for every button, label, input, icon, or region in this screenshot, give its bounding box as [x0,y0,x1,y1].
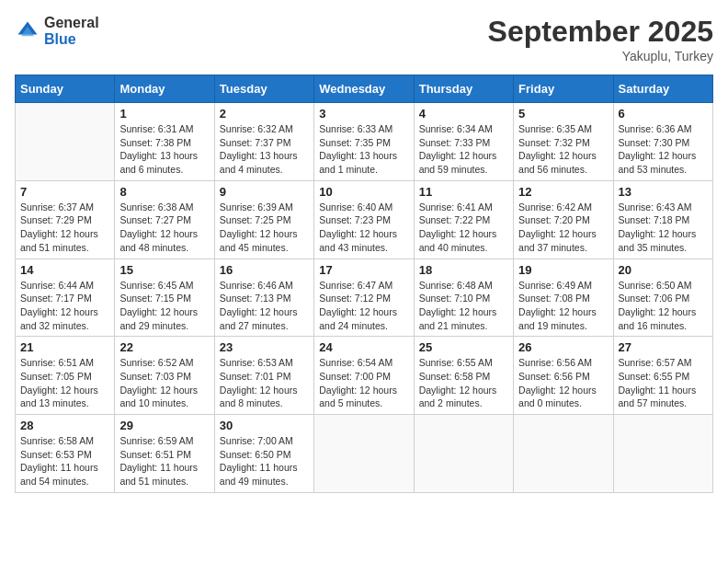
table-row: 17Sunrise: 6:47 AMSunset: 7:12 PMDayligh… [314,259,414,337]
day-number: 7 [20,185,109,199]
day-info: Sunrise: 6:43 AMSunset: 7:18 PMDaylight:… [619,201,708,255]
day-info: Sunrise: 6:42 AMSunset: 7:20 PMDaylight:… [518,201,608,255]
day-number: 16 [220,263,309,277]
day-number: 25 [419,340,508,354]
day-number: 18 [419,263,508,277]
day-number: 6 [619,107,708,121]
day-number: 2 [220,107,309,121]
table-row: 24Sunrise: 6:54 AMSunset: 7:00 PMDayligh… [314,337,414,415]
calendar-week-row: 7Sunrise: 6:37 AMSunset: 7:29 PMDaylight… [16,180,713,259]
logo-icon [15,18,40,44]
day-info: Sunrise: 7:00 AMSunset: 6:50 PMDaylight:… [220,434,309,488]
table-row [514,415,613,493]
day-number: 22 [119,340,209,354]
table-row [414,415,513,493]
day-info: Sunrise: 6:40 AMSunset: 7:23 PMDaylight:… [319,201,408,255]
calendar-week-row: 28Sunrise: 6:58 AMSunset: 6:53 PMDayligh… [16,415,713,493]
table-row: 30Sunrise: 7:00 AMSunset: 6:50 PMDayligh… [214,415,313,493]
day-info: Sunrise: 6:45 AMSunset: 7:15 PMDaylight:… [119,279,209,333]
day-number: 15 [119,263,209,277]
logo-general: General [44,15,99,31]
table-row: 7Sunrise: 6:37 AMSunset: 7:29 PMDaylight… [16,180,115,259]
logo: General Blue [15,15,99,47]
day-info: Sunrise: 6:41 AMSunset: 7:22 PMDaylight:… [419,201,508,255]
col-monday: Monday [115,75,214,103]
day-info: Sunrise: 6:33 AMSunset: 7:35 PMDaylight:… [319,122,408,177]
day-number: 21 [20,340,109,354]
calendar-week-row: 21Sunrise: 6:51 AMSunset: 7:05 PMDayligh… [16,337,713,415]
col-sunday: Sunday [16,75,115,103]
day-info: Sunrise: 6:36 AMSunset: 7:30 PMDaylight:… [619,122,708,177]
day-info: Sunrise: 6:52 AMSunset: 7:03 PMDaylight:… [119,356,209,410]
col-tuesday: Tuesday [214,75,313,103]
day-number: 13 [619,185,708,199]
table-row: 5Sunrise: 6:35 AMSunset: 7:32 PMDaylight… [514,103,613,181]
day-number: 8 [119,185,209,199]
col-friday: Friday [514,75,613,103]
day-number: 4 [419,107,508,121]
table-row: 13Sunrise: 6:43 AMSunset: 7:18 PMDayligh… [613,180,712,259]
table-row: 3Sunrise: 6:33 AMSunset: 7:35 PMDaylight… [314,103,414,181]
logo-text: General Blue [44,15,99,47]
calendar-week-row: 14Sunrise: 6:44 AMSunset: 7:17 PMDayligh… [16,259,713,337]
day-number: 3 [319,107,408,121]
table-row: 29Sunrise: 6:59 AMSunset: 6:51 PMDayligh… [115,415,214,493]
table-row: 28Sunrise: 6:58 AMSunset: 6:53 PMDayligh… [16,415,115,493]
title-block: September 2025 Yakuplu, Turkey [488,15,713,63]
day-info: Sunrise: 6:31 AMSunset: 7:38 PMDaylight:… [119,122,209,177]
table-row: 21Sunrise: 6:51 AMSunset: 7:05 PMDayligh… [16,337,115,415]
day-number: 10 [319,185,408,199]
table-row: 2Sunrise: 6:32 AMSunset: 7:37 PMDaylight… [214,103,313,181]
day-info: Sunrise: 6:54 AMSunset: 7:00 PMDaylight:… [319,356,408,410]
day-number: 17 [319,263,408,277]
table-row: 10Sunrise: 6:40 AMSunset: 7:23 PMDayligh… [314,180,414,259]
day-info: Sunrise: 6:37 AMSunset: 7:29 PMDaylight:… [20,201,109,255]
table-row: 23Sunrise: 6:53 AMSunset: 7:01 PMDayligh… [214,337,313,415]
table-row: 27Sunrise: 6:57 AMSunset: 6:55 PMDayligh… [613,337,712,415]
table-row: 6Sunrise: 6:36 AMSunset: 7:30 PMDaylight… [613,103,712,181]
page-header: General Blue September 2025 Yakuplu, Tur… [15,15,713,63]
calendar-week-row: 1Sunrise: 6:31 AMSunset: 7:38 PMDaylight… [16,103,713,181]
calendar-table: Sunday Monday Tuesday Wednesday Thursday… [15,75,713,493]
day-info: Sunrise: 6:35 AMSunset: 7:32 PMDaylight:… [518,122,608,177]
day-info: Sunrise: 6:48 AMSunset: 7:10 PMDaylight:… [419,279,508,333]
table-row: 12Sunrise: 6:42 AMSunset: 7:20 PMDayligh… [514,180,613,259]
table-row: 25Sunrise: 6:55 AMSunset: 6:58 PMDayligh… [414,337,513,415]
table-row: 8Sunrise: 6:38 AMSunset: 7:27 PMDaylight… [115,180,214,259]
table-row: 15Sunrise: 6:45 AMSunset: 7:15 PMDayligh… [115,259,214,337]
day-number: 9 [220,185,309,199]
day-info: Sunrise: 6:55 AMSunset: 6:58 PMDaylight:… [419,356,508,410]
day-number: 30 [220,419,309,432]
day-number: 12 [518,185,608,199]
day-info: Sunrise: 6:46 AMSunset: 7:13 PMDaylight:… [220,279,309,333]
day-info: Sunrise: 6:49 AMSunset: 7:08 PMDaylight:… [518,279,608,333]
table-row: 19Sunrise: 6:49 AMSunset: 7:08 PMDayligh… [514,259,613,337]
month-title: September 2025 [488,15,713,49]
day-info: Sunrise: 6:50 AMSunset: 7:06 PMDaylight:… [619,279,708,333]
table-row: 1Sunrise: 6:31 AMSunset: 7:38 PMDaylight… [115,103,214,181]
table-row: 11Sunrise: 6:41 AMSunset: 7:22 PMDayligh… [414,180,513,259]
day-number: 14 [20,263,109,277]
col-wednesday: Wednesday [314,75,414,103]
day-info: Sunrise: 6:59 AMSunset: 6:51 PMDaylight:… [119,434,209,488]
day-number: 26 [518,340,608,354]
location-subtitle: Yakuplu, Turkey [488,49,713,63]
day-info: Sunrise: 6:58 AMSunset: 6:53 PMDaylight:… [20,434,109,488]
calendar-body: 1Sunrise: 6:31 AMSunset: 7:38 PMDaylight… [16,103,713,493]
day-info: Sunrise: 6:56 AMSunset: 6:56 PMDaylight:… [518,356,608,410]
col-saturday: Saturday [613,75,712,103]
day-info: Sunrise: 6:47 AMSunset: 7:12 PMDaylight:… [319,279,408,333]
table-row: 16Sunrise: 6:46 AMSunset: 7:13 PMDayligh… [214,259,313,337]
day-number: 29 [119,419,209,432]
calendar-header: Sunday Monday Tuesday Wednesday Thursday… [16,75,713,103]
table-row: 18Sunrise: 6:48 AMSunset: 7:10 PMDayligh… [414,259,513,337]
logo-blue: Blue [44,31,99,48]
day-info: Sunrise: 6:53 AMSunset: 7:01 PMDaylight:… [220,356,309,410]
day-info: Sunrise: 6:34 AMSunset: 7:33 PMDaylight:… [419,122,508,177]
table-row [314,415,414,493]
day-number: 24 [319,340,408,354]
day-number: 19 [518,263,608,277]
day-info: Sunrise: 6:51 AMSunset: 7:05 PMDaylight:… [20,356,109,410]
day-info: Sunrise: 6:32 AMSunset: 7:37 PMDaylight:… [220,122,309,177]
day-number: 23 [220,340,309,354]
